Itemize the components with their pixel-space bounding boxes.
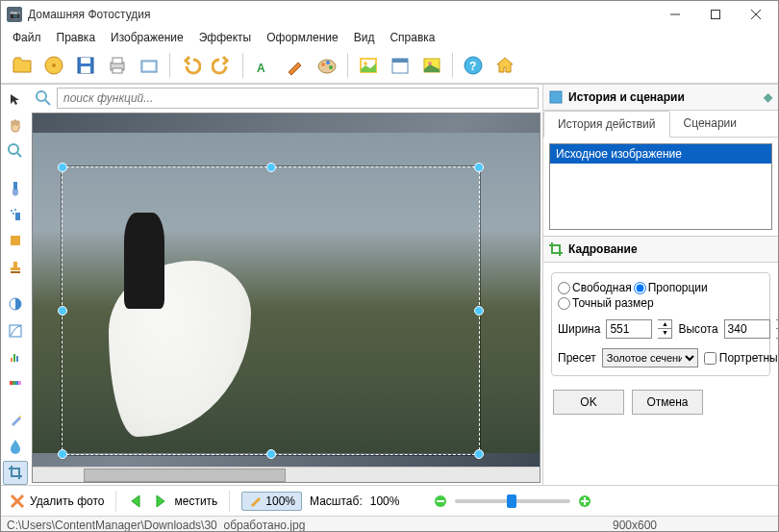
draw-button[interactable] bbox=[280, 50, 311, 81]
minimize-button[interactable] bbox=[655, 1, 695, 28]
svg-point-20 bbox=[364, 62, 367, 65]
history-item[interactable]: Исходное изображение bbox=[550, 144, 771, 164]
magic-tool[interactable] bbox=[3, 408, 28, 432]
cancel-button[interactable]: Отмена bbox=[632, 390, 703, 415]
spray-tool[interactable] bbox=[3, 203, 28, 227]
search-input[interactable] bbox=[57, 88, 539, 109]
crop-handle-ml[interactable] bbox=[58, 306, 67, 316]
crop-icon bbox=[549, 242, 563, 256]
svg-rect-1 bbox=[712, 11, 720, 19]
status-dims: 900x600 bbox=[613, 519, 657, 532]
width-spinner[interactable]: ▲▼ bbox=[658, 319, 672, 339]
move-label: местить bbox=[174, 494, 217, 508]
svg-point-5 bbox=[52, 63, 56, 67]
svg-rect-34 bbox=[15, 213, 20, 220]
svg-point-32 bbox=[14, 209, 16, 211]
levels-tool[interactable] bbox=[3, 344, 28, 368]
svg-point-18 bbox=[329, 65, 333, 69]
drop-tool[interactable] bbox=[3, 435, 28, 459]
svg-rect-43 bbox=[13, 381, 15, 385]
height-input[interactable] bbox=[724, 319, 770, 339]
main-toolbar: A ? bbox=[1, 47, 778, 84]
svg-text:?: ? bbox=[469, 60, 476, 73]
maximize-button[interactable] bbox=[695, 1, 736, 28]
preset-select[interactable]: Золотое сечение bbox=[602, 348, 698, 367]
shape-tool[interactable] bbox=[3, 229, 28, 253]
menu-file[interactable]: Файл bbox=[5, 29, 49, 46]
radio-proportions[interactable]: Пропорции bbox=[634, 281, 708, 294]
prev-button[interactable] bbox=[128, 494, 147, 509]
svg-rect-30 bbox=[13, 182, 17, 190]
crop-handle-bl[interactable] bbox=[58, 449, 67, 459]
width-input[interactable] bbox=[606, 319, 652, 339]
menu-image[interactable]: Изображение bbox=[103, 29, 191, 46]
history-list[interactable]: Исходное изображение bbox=[549, 143, 772, 230]
crop-tool[interactable] bbox=[3, 461, 28, 485]
print-button[interactable] bbox=[102, 50, 133, 81]
image2-button[interactable] bbox=[416, 50, 447, 81]
brush-tool[interactable] bbox=[3, 176, 28, 200]
svg-rect-10 bbox=[113, 58, 122, 63]
catalog-button[interactable] bbox=[38, 50, 69, 81]
tab-history[interactable]: История действий bbox=[543, 111, 670, 138]
calendar-button[interactable] bbox=[385, 50, 415, 81]
pin-icon[interactable]: ◆ bbox=[764, 90, 772, 104]
svg-line-48 bbox=[45, 100, 50, 105]
status-path: C:\Users\ContentManager\Downloads\30_обр… bbox=[7, 519, 305, 532]
crop-handle-br[interactable] bbox=[474, 449, 484, 459]
canvas-scrollbar-h[interactable] bbox=[33, 467, 540, 482]
close-button[interactable] bbox=[736, 1, 776, 28]
zoom-tool[interactable] bbox=[3, 139, 28, 163]
tab-scenarios[interactable]: Сценарии bbox=[670, 111, 750, 137]
crop-handle-tl[interactable] bbox=[58, 163, 67, 172]
svg-rect-35 bbox=[11, 236, 20, 245]
palette-button[interactable] bbox=[312, 50, 342, 81]
help-button[interactable]: ? bbox=[458, 50, 489, 81]
menu-help[interactable]: Справка bbox=[382, 29, 442, 46]
undo-button[interactable] bbox=[175, 50, 206, 81]
crop-rectangle[interactable] bbox=[62, 166, 480, 455]
radio-free[interactable]: Свободная bbox=[558, 281, 632, 294]
crop-panel-title: Кадрование bbox=[568, 242, 638, 256]
height-spinner[interactable]: ▲▼ bbox=[776, 319, 779, 339]
scan-button[interactable] bbox=[134, 50, 164, 81]
crop-handle-mr[interactable] bbox=[474, 306, 484, 316]
hand-tool[interactable] bbox=[3, 113, 28, 137]
svg-point-46 bbox=[19, 416, 21, 418]
curves-tool[interactable] bbox=[3, 318, 28, 342]
canvas[interactable] bbox=[32, 113, 540, 483]
radio-exact[interactable]: Точный размер bbox=[558, 296, 654, 310]
right-panel: История и сценарии ◆ История действий Сц… bbox=[542, 84, 778, 485]
menu-design[interactable]: Оформление bbox=[259, 29, 345, 46]
menu-effects[interactable]: Эффекты bbox=[191, 29, 260, 46]
fit-button[interactable]: 100% bbox=[241, 492, 302, 511]
save-button[interactable] bbox=[70, 50, 101, 81]
menu-edit[interactable]: Правка bbox=[49, 29, 104, 46]
zoom-out-button[interactable] bbox=[434, 494, 447, 508]
menu-view[interactable]: Вид bbox=[346, 29, 383, 46]
zoom-slider[interactable] bbox=[455, 499, 570, 503]
redo-button[interactable] bbox=[207, 50, 238, 81]
text-button[interactable]: A bbox=[248, 50, 279, 81]
ok-button[interactable]: OK bbox=[553, 390, 624, 415]
delete-photo-button[interactable]: Удалить фото bbox=[9, 493, 104, 510]
image1-button[interactable] bbox=[353, 50, 384, 81]
preset-label: Пресет bbox=[558, 351, 596, 365]
svg-rect-7 bbox=[81, 58, 90, 63]
portrait-checkbox[interactable]: Портретные bbox=[704, 351, 779, 365]
left-toolbar bbox=[1, 84, 30, 485]
pointer-tool[interactable] bbox=[3, 87, 28, 111]
svg-line-29 bbox=[17, 153, 21, 157]
hue-tool[interactable] bbox=[3, 370, 28, 394]
crop-handle-bc[interactable] bbox=[266, 449, 276, 459]
home-button[interactable] bbox=[490, 50, 520, 81]
zoom-in-button[interactable] bbox=[578, 494, 591, 508]
crop-handle-tc[interactable] bbox=[266, 163, 276, 172]
width-label: Ширина bbox=[558, 322, 600, 336]
crop-handle-tr[interactable] bbox=[474, 163, 484, 172]
svg-rect-45 bbox=[18, 381, 21, 385]
next-button[interactable] bbox=[151, 494, 170, 509]
stamp-tool[interactable] bbox=[3, 255, 28, 279]
contrast-tool[interactable] bbox=[3, 292, 28, 317]
open-button[interactable] bbox=[7, 50, 38, 81]
